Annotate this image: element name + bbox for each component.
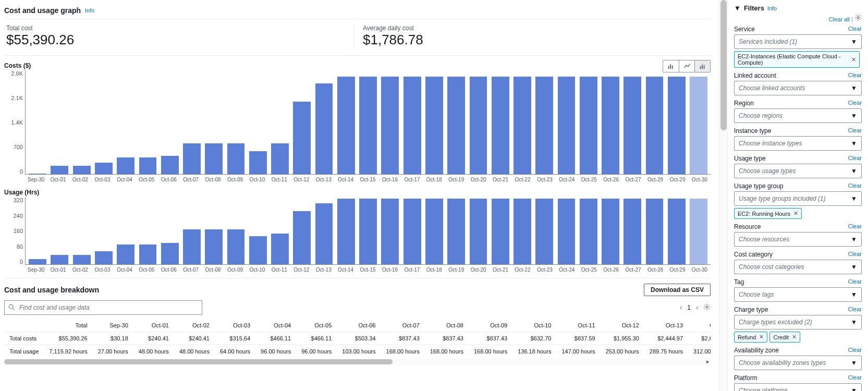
filter-select[interactable]: Choose linked accounts▼ xyxy=(734,81,862,95)
bar[interactable] xyxy=(558,77,576,175)
settings-icon[interactable] xyxy=(703,303,711,312)
bar[interactable] xyxy=(447,77,465,175)
download-csv-button[interactable]: Download as CSV xyxy=(644,284,711,296)
info-link[interactable]: Info xyxy=(85,7,94,14)
bar[interactable] xyxy=(470,77,487,175)
filter-clear[interactable]: Clear xyxy=(848,251,862,258)
bar[interactable] xyxy=(514,199,531,265)
filter-select[interactable]: Choose regions▼ xyxy=(734,108,862,123)
filter-select[interactable]: Choose platforms▼ xyxy=(734,383,862,391)
close-icon[interactable]: ✕ xyxy=(851,56,856,63)
filters-collapse-icon[interactable]: ▼ xyxy=(734,4,741,12)
bar[interactable] xyxy=(492,199,509,265)
filter-select[interactable]: Choose tags▼ xyxy=(734,287,862,302)
bar[interactable] xyxy=(183,229,201,265)
bar[interactable] xyxy=(558,199,576,265)
bar[interactable] xyxy=(161,156,179,175)
bar[interactable] xyxy=(73,166,91,175)
bar[interactable] xyxy=(95,163,113,175)
filters-info-link[interactable]: Info xyxy=(767,5,777,11)
bar[interactable] xyxy=(425,199,443,265)
bar[interactable] xyxy=(646,77,664,175)
bar[interactable] xyxy=(381,199,399,265)
bar[interactable] xyxy=(337,77,355,175)
close-icon[interactable]: ✕ xyxy=(793,210,798,217)
bar[interactable] xyxy=(315,203,333,265)
bar[interactable] xyxy=(535,199,553,265)
bar[interactable] xyxy=(624,199,641,265)
bar[interactable] xyxy=(249,151,267,175)
bar[interactable] xyxy=(271,234,289,265)
bar[interactable] xyxy=(535,77,553,175)
page-prev-icon[interactable]: ‹ xyxy=(680,304,682,311)
breakdown-search-input[interactable] xyxy=(18,303,199,312)
filter-clear[interactable]: Clear xyxy=(848,374,862,382)
filter-clear[interactable]: Clear xyxy=(848,278,862,286)
bar[interactable] xyxy=(624,77,641,175)
bar[interactable] xyxy=(602,199,619,265)
bar[interactable] xyxy=(580,199,597,265)
bar[interactable] xyxy=(271,143,289,175)
bar[interactable] xyxy=(337,199,355,265)
bar[interactable] xyxy=(690,199,707,265)
bar[interactable] xyxy=(227,229,245,265)
bar[interactable] xyxy=(227,143,245,175)
filter-clear[interactable]: Clear xyxy=(848,223,862,230)
bar[interactable] xyxy=(359,77,377,175)
bar[interactable] xyxy=(51,255,68,265)
page-next-icon[interactable]: › xyxy=(696,304,698,311)
bar[interactable] xyxy=(602,77,619,175)
filters-clear-all[interactable]: Clear all xyxy=(829,16,850,22)
bar[interactable] xyxy=(447,199,465,265)
filter-clear[interactable]: Clear xyxy=(848,72,862,79)
filter-clear[interactable]: Clear xyxy=(848,100,862,107)
breakdown-search[interactable] xyxy=(4,300,202,315)
bar[interactable] xyxy=(404,77,421,175)
filters-settings-icon[interactable] xyxy=(854,16,862,22)
bar[interactable] xyxy=(668,77,686,175)
horizontal-scroll-thumb[interactable] xyxy=(4,359,393,364)
bar[interactable] xyxy=(404,199,421,265)
bar[interactable] xyxy=(381,77,399,175)
filter-select[interactable]: Choose cost categories▼ xyxy=(734,260,862,274)
bar[interactable] xyxy=(95,251,113,265)
bar[interactable] xyxy=(293,102,311,175)
bar[interactable] xyxy=(690,77,707,175)
close-icon[interactable]: ✕ xyxy=(759,334,764,340)
filter-select[interactable]: Choose resources▼ xyxy=(734,232,862,247)
bar[interactable] xyxy=(514,77,531,175)
filter-clear[interactable]: Clear xyxy=(848,347,862,354)
bar[interactable] xyxy=(668,199,686,265)
filter-clear[interactable]: Clear xyxy=(848,182,862,190)
filter-clear[interactable]: Clear xyxy=(848,155,862,162)
bar[interactable] xyxy=(293,211,311,265)
bar[interactable] xyxy=(73,255,91,265)
bar[interactable] xyxy=(139,245,157,265)
filter-select[interactable]: Choose availability zones types▼ xyxy=(734,356,862,370)
scroll-right-icon[interactable]: ▸ xyxy=(706,358,710,365)
filter-select[interactable]: Usage type groups included (1)▼ xyxy=(734,191,862,206)
bar[interactable] xyxy=(646,199,664,265)
bar[interactable] xyxy=(139,157,157,175)
breakdown-table-wrap[interactable]: TotalSep-30Oct-01Oct-02Oct-03Oct-04Oct-0… xyxy=(4,319,711,358)
bar[interactable] xyxy=(117,157,135,175)
horizontal-scrollbar[interactable]: ◂ ▸ xyxy=(4,359,711,365)
bar[interactable] xyxy=(205,229,223,265)
filter-select[interactable]: Services included (1)▼ xyxy=(734,34,862,49)
bar[interactable] xyxy=(161,243,179,265)
bar[interactable] xyxy=(359,199,377,265)
bar[interactable] xyxy=(470,199,487,265)
filter-select[interactable]: Charge types excluded (2)▼ xyxy=(734,315,862,329)
vertical-scrollbar[interactable] xyxy=(719,0,727,391)
bar[interactable] xyxy=(205,143,223,175)
vertical-scroll-thumb[interactable] xyxy=(720,0,727,130)
filter-select[interactable]: Choose usage types▼ xyxy=(734,164,862,178)
bar[interactable] xyxy=(249,236,267,265)
filter-clear[interactable]: Clear xyxy=(848,127,862,135)
bar[interactable] xyxy=(425,77,443,175)
filter-select[interactable]: Choose instance types▼ xyxy=(734,136,862,151)
bar[interactable] xyxy=(315,83,333,175)
bar[interactable] xyxy=(492,77,509,175)
filter-clear[interactable]: Clear xyxy=(848,26,862,33)
bar[interactable] xyxy=(117,245,135,265)
